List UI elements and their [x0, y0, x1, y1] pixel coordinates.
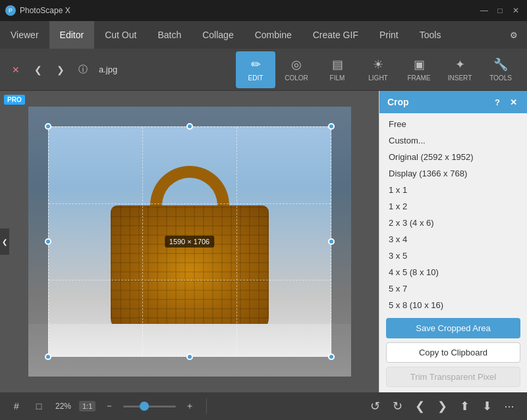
crop-option-5x8[interactable]: 5 x 8 (10 x 16) [379, 297, 527, 313]
trim-transparent-button: Trim Transparent Pixel [386, 367, 520, 387]
image-crop-wrapper[interactable]: 1590 × 1706 [28, 107, 351, 377]
filename-label: a.jpg [99, 65, 117, 74]
tab-film[interactable]: ▤ FILM [318, 51, 357, 88]
copy-to-clipboard-button[interactable]: Copy to Clipboard [386, 342, 520, 363]
grid-toggle-button[interactable]: # [8, 398, 25, 415]
crop-grid-h2 [49, 280, 331, 280]
sidebar-item-tools[interactable]: Tools [409, 21, 452, 49]
tab-color[interactable]: ◎ COLOR [277, 51, 316, 88]
separator-1 [206, 398, 207, 414]
tab-light[interactable]: ☀ LIGHT [358, 51, 398, 88]
tab-frame[interactable]: ▣ FRAME [399, 51, 439, 88]
ratio-toggle-button[interactable]: □ [30, 398, 47, 415]
share-button[interactable]: ⬆ [455, 396, 474, 416]
close-file-button[interactable]: ✕ [7, 61, 25, 79]
slider-thumb[interactable] [140, 402, 149, 411]
crop-handle-bottom-center[interactable] [186, 354, 193, 360]
crop-option-custom[interactable]: Custom... [379, 132, 527, 149]
pro-label: PRO [4, 95, 25, 105]
navigate-forward-button[interactable]: ❯ [432, 396, 452, 416]
save-cropped-area-button[interactable]: Save Cropped Area [386, 318, 520, 338]
panel-help-button[interactable]: ? [491, 96, 503, 108]
sidebar-item-combine[interactable]: Combine [244, 21, 302, 49]
more-button[interactable]: ··· [499, 396, 519, 416]
back-button[interactable]: ❮ [29, 61, 47, 79]
crop-option-1x1[interactable]: 1 x 1 [379, 182, 527, 198]
crop-size-label: 1590 × 1706 [165, 236, 214, 248]
crop-option-4x5[interactable]: 4 x 5 (8 x 10) [379, 264, 527, 280]
app-title: PhotoScape X [20, 6, 70, 15]
zoom-plus-button[interactable]: ＋ [181, 398, 198, 415]
minimize-button[interactable]: — [478, 5, 490, 16]
bottom-bar: # □ 22% 1:1 － ＋ ↺ ↻ ❮ ❯ ⬆ ⬇ ··· [0, 392, 527, 420]
navigate-back-button[interactable]: ❮ [410, 396, 430, 416]
sidebar-item-print[interactable]: Print [369, 21, 409, 49]
app-logo: P [5, 5, 16, 16]
crop-grid-v2 [236, 127, 237, 356]
crop-panel: Crop ? ✕ Free Custom... Original (2592 x… [379, 91, 527, 392]
ratio-label-button[interactable]: 1:1 [79, 401, 96, 411]
download-button[interactable]: ⬇ [477, 396, 497, 416]
panel-title: Crop [387, 97, 409, 107]
tab-insert-label: INSERT [448, 74, 472, 82]
tab-edit[interactable]: ✏ EDIT [236, 51, 275, 88]
color-icon: ◎ [291, 57, 302, 72]
crop-handle-top-right[interactable] [328, 123, 335, 130]
crop-handle-middle-left[interactable] [45, 238, 51, 245]
settings-gear-button[interactable]: ⚙ [501, 21, 527, 49]
tab-tools[interactable]: 🔧 TOOLS [481, 51, 520, 88]
crop-option-5x7[interactable]: 5 x 7 [379, 280, 527, 297]
crop-option-original[interactable]: Original (2592 x 1952) [379, 149, 527, 165]
tab-film-label: FILM [330, 74, 345, 82]
zoom-slider[interactable] [123, 406, 176, 407]
crop-handle-top-left[interactable] [45, 123, 51, 130]
frame-icon: ▣ [414, 57, 425, 72]
sidebar-item-batch[interactable]: Batch [147, 21, 192, 49]
undo-button[interactable]: ↺ [365, 396, 385, 416]
insert-icon: ✦ [455, 57, 465, 72]
forward-button[interactable]: ❯ [51, 61, 70, 79]
tab-light-label: LIGHT [368, 74, 387, 82]
tab-tools-label: TOOLS [489, 74, 512, 82]
crop-box[interactable]: 1590 × 1706 [48, 126, 331, 357]
sidebar-item-editor[interactable]: Editor [49, 21, 95, 49]
navbar: Viewer Editor Cut Out Batch Collage Comb… [0, 21, 527, 49]
crop-handle-top-center[interactable] [186, 123, 193, 130]
maximize-button[interactable]: □ [494, 5, 506, 16]
bottom-bar-right: ↺ ↻ ❮ ❯ ⬆ ⬇ ··· [365, 396, 519, 416]
zoom-minus-button[interactable]: － [101, 398, 118, 415]
crop-handle-bottom-right[interactable] [328, 354, 335, 360]
sidebar-item-cutout[interactable]: Cut Out [94, 21, 147, 49]
tools-icon: 🔧 [493, 57, 508, 72]
crop-option-display[interactable]: Display (1366 x 768) [379, 165, 527, 182]
panel-actions: Save Cropped Area Copy to Clipboard Trim… [379, 313, 527, 392]
image-container: 1590 × 1706 [13, 104, 366, 379]
crop-option-3x5[interactable]: 3 x 5 [379, 248, 527, 264]
window-close-button[interactable]: ✕ [510, 5, 522, 16]
film-icon: ▤ [332, 57, 343, 72]
panel-close-button[interactable]: ✕ [507, 96, 519, 108]
crop-handle-middle-right[interactable] [328, 238, 335, 245]
tab-insert[interactable]: ✦ INSERT [440, 51, 480, 88]
tab-color-label: COLOR [285, 74, 308, 82]
sidebar-item-collage[interactable]: Collage [192, 21, 244, 49]
toolbar: ✕ ❮ ❯ ⓘ a.jpg ✏ EDIT ◎ COLOR ▤ FILM ☀ LI… [0, 49, 527, 91]
crop-option-1x2[interactable]: 1 x 2 [379, 198, 527, 215]
scroll-left-button[interactable]: ❮ [0, 228, 9, 255]
panel-header: Crop ? ✕ [379, 91, 527, 113]
zoom-label: 22% [53, 402, 74, 411]
crop-handle-bottom-left[interactable] [45, 354, 51, 360]
sidebar-item-create-gif[interactable]: Create GIF [302, 21, 369, 49]
canvas-area[interactable]: PRO ❮ [0, 91, 379, 392]
light-icon: ☀ [373, 57, 383, 72]
crop-option-2x3[interactable]: 2 x 3 (4 x 6) [379, 215, 527, 231]
edit-icon: ✏ [251, 57, 261, 72]
crop-options-list: Free Custom... Original (2592 x 1952) Di… [379, 113, 527, 313]
slider-track [123, 406, 176, 407]
crop-grid-h1 [49, 203, 331, 204]
crop-option-free[interactable]: Free [379, 116, 527, 132]
sidebar-item-viewer[interactable]: Viewer [0, 21, 49, 49]
crop-option-3x4[interactable]: 3 x 4 [379, 231, 527, 248]
info-button[interactable]: ⓘ [74, 61, 92, 79]
redo-button[interactable]: ↻ [387, 396, 407, 416]
